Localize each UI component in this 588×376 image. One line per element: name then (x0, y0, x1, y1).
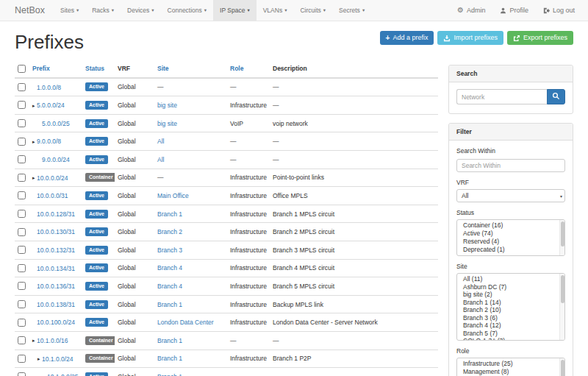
nav-item-sites[interactable]: Sites▾ (54, 0, 85, 21)
search-button[interactable] (547, 89, 565, 104)
app-brand[interactable]: NetBox (6, 0, 54, 21)
site-link[interactable]: All (157, 156, 164, 163)
prefix-link[interactable]: 10.0.0.138/31 (37, 301, 75, 308)
prefix-link[interactable]: 10.0.0.130/31 (37, 228, 75, 235)
listbox-option[interactable]: Ashburn DC (7) (457, 283, 559, 291)
vrf-select[interactable]: All ▾ (456, 189, 565, 202)
nav-item-devices[interactable]: Devices▾ (121, 0, 161, 21)
site-link[interactable]: Branch 3 (157, 246, 182, 254)
row-checkbox[interactable] (18, 138, 26, 146)
site-link[interactable]: Branch 1 (157, 355, 182, 362)
site-link[interactable]: Branch 4 (157, 283, 182, 290)
listbox-option[interactable]: Branch 4 (12) (457, 322, 559, 330)
add-a-prefix-button[interactable]: +Add a prefix (380, 31, 434, 45)
listbox-option[interactable]: Container (16) (457, 221, 559, 230)
status-badge: Active (85, 155, 108, 164)
table-header-row: PrefixStatusVRFSiteRoleDescription (15, 60, 438, 78)
listbox-option[interactable]: big site (2) (457, 291, 559, 299)
prefix-link[interactable]: 10.1.0.0/25 (47, 373, 79, 376)
site-link[interactable]: Branch 4 (157, 264, 182, 272)
row-checkbox[interactable] (18, 264, 26, 272)
prefix-link[interactable]: 10.1.0.0/24 (42, 355, 74, 363)
nav-item-secrets[interactable]: Secrets▾ (332, 0, 371, 21)
vrf-selected-value: All (462, 192, 468, 199)
table-row: ▸10.0.0.134/31ActiveGlobalBranch 4Infras… (15, 259, 438, 277)
listbox-option[interactable]: Branch 1 (14) (457, 299, 559, 307)
column-header-site[interactable]: Site (154, 60, 227, 78)
row-checkbox[interactable] (18, 174, 26, 182)
search-input[interactable] (456, 89, 547, 104)
row-checkbox[interactable] (18, 300, 26, 308)
row-checkbox[interactable] (18, 336, 26, 344)
site-link[interactable]: Branch 1 (157, 301, 182, 308)
site-link[interactable]: Branch 2 (157, 228, 182, 235)
import-prefixes-button[interactable]: Import prefixes (437, 31, 503, 45)
listbox-option[interactable]: Branch 5 (7) (457, 330, 559, 338)
listbox-option[interactable]: Reserved (4) (457, 238, 559, 246)
site-link[interactable]: Branch 1 (157, 337, 182, 344)
row-checkbox[interactable] (18, 83, 26, 91)
status-listbox[interactable]: Container (16)Active (74)Reserved (4)Dep… (456, 219, 565, 256)
prefix-link[interactable]: 10.0.0.134/31 (37, 265, 75, 272)
site-link[interactable]: big site (157, 102, 177, 109)
listbox-option[interactable]: COLO-1-3A (3) (457, 337, 559, 341)
prefix-link[interactable]: 10.0.0.128/31 (37, 210, 75, 218)
scrollbar[interactable] (559, 274, 564, 340)
nav-item-ip-space[interactable]: IP Space▾ (213, 0, 257, 21)
row-checkbox[interactable] (18, 119, 26, 127)
nav-item-vlans[interactable]: VLANs▾ (257, 0, 294, 21)
listbox-option[interactable]: Management (8) (457, 368, 559, 376)
scrollbar[interactable] (559, 358, 564, 376)
site-listbox[interactable]: All (11)Ashburn DC (7)big site (2)Branch… (456, 273, 565, 341)
row-checkbox[interactable] (18, 282, 26, 290)
column-header-role[interactable]: Role (227, 60, 270, 78)
nav-item-connections[interactable]: Connections▾ (161, 0, 214, 21)
row-checkbox[interactable] (18, 319, 26, 327)
row-checkbox[interactable] (18, 155, 26, 163)
prefix-link[interactable]: 9.0.0.0/8 (37, 138, 61, 145)
row-checkbox[interactable] (18, 210, 26, 218)
export-prefixes-button[interactable]: Export prefixes (507, 31, 573, 45)
role-value: — (230, 83, 237, 91)
prefix-link[interactable]: 5.0.0.0/25 (42, 120, 70, 127)
nav-item-log-out[interactable]: Log out (536, 0, 582, 21)
role-listbox[interactable]: Infrastructure (25)Management (8)Private… (456, 358, 565, 376)
listbox-option[interactable]: Infrastructure (25) (457, 360, 559, 368)
column-header-status[interactable]: Status (82, 60, 115, 78)
nav-item-circuits[interactable]: Circuits▾ (293, 0, 332, 21)
prefix-link[interactable]: 10.0.0.132/31 (37, 246, 75, 254)
site-link[interactable]: big site (157, 120, 177, 127)
column-header-prefix[interactable]: Prefix (29, 60, 82, 78)
site-link[interactable]: Branch 1 (157, 210, 182, 218)
nav-item-profile[interactable]: Profile (492, 0, 536, 21)
role-value: Infrastructure (230, 264, 267, 272)
prefix-link[interactable]: 10.0.0.136/31 (37, 283, 75, 290)
listbox-option[interactable]: Branch 2 (10) (457, 306, 559, 314)
prefix-link[interactable]: 10.0.0.0/31 (37, 192, 68, 199)
prefix-link[interactable]: 1.0.0.0/8 (37, 84, 61, 91)
nav-item-racks[interactable]: Racks▾ (85, 0, 121, 21)
row-checkbox[interactable] (18, 228, 26, 236)
scrollbar[interactable] (559, 220, 564, 255)
search-within-input[interactable] (456, 159, 565, 172)
prefix-link[interactable]: 9.0.0.0/24 (42, 156, 70, 163)
row-checkbox[interactable] (18, 101, 26, 109)
site-link[interactable]: London Data Center (157, 319, 214, 326)
nav-item-admin[interactable]: ⚙Admin (450, 0, 492, 21)
site-link[interactable]: Branch 1 (157, 373, 182, 376)
select-all-checkbox[interactable] (18, 65, 26, 73)
site-link[interactable]: Main Office (157, 192, 189, 199)
prefix-link[interactable]: 10.0.0.0/24 (37, 174, 68, 182)
listbox-option[interactable]: All (11) (457, 275, 559, 283)
listbox-option[interactable]: Branch 3 (6) (457, 314, 559, 322)
row-checkbox[interactable] (18, 372, 26, 376)
site-link[interactable]: All (157, 138, 164, 145)
listbox-option[interactable]: Active (74) (457, 230, 559, 238)
listbox-option[interactable]: Deprecated (1) (457, 246, 559, 254)
row-checkbox[interactable] (18, 355, 26, 363)
prefix-link[interactable]: 5.0.0.0/24 (37, 102, 65, 109)
prefix-link[interactable]: 10.0.100.0/24 (37, 319, 75, 326)
row-checkbox[interactable] (18, 191, 26, 199)
row-checkbox[interactable] (18, 246, 26, 254)
prefix-link[interactable]: 10.1.0.0/16 (37, 337, 68, 344)
